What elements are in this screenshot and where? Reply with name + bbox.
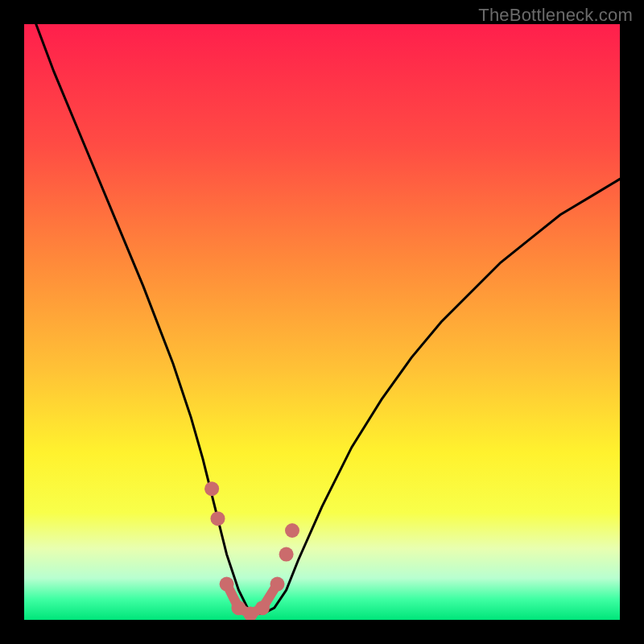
svg-rect-0: [24, 24, 620, 620]
chart-frame: TheBottleneck.com: [0, 0, 644, 644]
heat-gradient: [24, 24, 620, 620]
plot-area: [24, 24, 620, 620]
watermark-text: TheBottleneck.com: [478, 5, 633, 26]
